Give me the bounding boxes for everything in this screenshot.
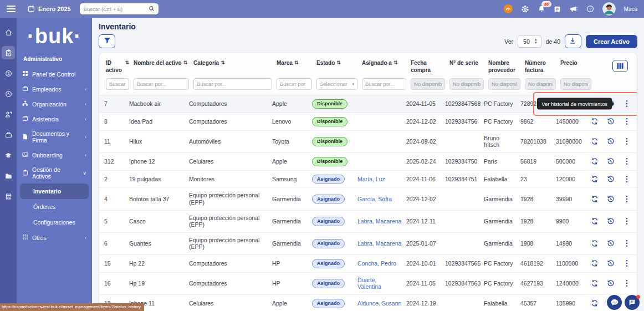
- column-header-precio: Precio: [558, 60, 594, 67]
- assign-sync-icon[interactable]: [589, 193, 600, 205]
- announcements-megaphone-icon[interactable]: [569, 6, 578, 13]
- sidebar-item-onboarding[interactable]: Onboarding ‹: [17, 147, 92, 162]
- notifications-bell-icon[interactable]: 36: [538, 5, 545, 13]
- column-header-marca: Marca⇅: [274, 60, 314, 67]
- sort-icon[interactable]: ⇅: [221, 60, 225, 67]
- column-header-categor-a: Categoría⇅: [191, 60, 274, 67]
- settings-gear-icon[interactable]: [521, 5, 529, 13]
- assign-sync-icon[interactable]: [589, 136, 600, 147]
- briefcase-icon[interactable]: [2, 128, 15, 141]
- spinner-carets-icon[interactable]: ▲▼: [534, 38, 538, 44]
- education-cap-icon[interactable]: [2, 149, 15, 162]
- history-icon[interactable]: [605, 278, 616, 289]
- filter-input-marca[interactable]: [277, 78, 312, 90]
- period-selector[interactable]: Enero 2025: [28, 5, 71, 13]
- assign-sync-icon[interactable]: [589, 174, 600, 185]
- sidebar-item-asistencia[interactable]: Asistencia ‹: [17, 111, 92, 126]
- cell-nombre-proveedor: Garmendia: [482, 214, 518, 229]
- assign-sync-icon[interactable]: [589, 298, 600, 309]
- cell-id-activo: 6: [99, 236, 127, 251]
- filter-input-nombre-del-activo[interactable]: [134, 78, 189, 90]
- sort-icon[interactable]: ⇅: [183, 60, 188, 67]
- sort-icon[interactable]: ⇅: [294, 60, 299, 67]
- sidebar-item-otros[interactable]: Otros ‹: [17, 230, 92, 245]
- kebab-menu-icon[interactable]: [621, 193, 632, 205]
- search-input[interactable]: [84, 6, 146, 12]
- column-picker-button[interactable]: [612, 60, 628, 72]
- hamburger-menu-icon[interactable]: [7, 6, 16, 12]
- kebab-menu-icon[interactable]: [621, 136, 632, 147]
- status-badge: Asignado: [312, 239, 345, 248]
- assign-sync-icon[interactable]: [589, 238, 600, 249]
- document-icon: [22, 134, 28, 141]
- assignee-link[interactable]: María, Luz: [357, 176, 385, 182]
- global-search[interactable]: [80, 3, 159, 14]
- filter-input-asignado-a[interactable]: [362, 78, 406, 90]
- filter-input-categor-a[interactable]: [193, 78, 272, 90]
- chat-button[interactable]: [625, 295, 640, 310]
- assignee-link[interactable]: Labra, Macarena: [357, 218, 401, 225]
- sidebar-item-gestion-de-activos[interactable]: Gestión de Activos ∨: [17, 162, 92, 183]
- sidebar-item-documentos-y-firma[interactable]: Documentos y Firma ‹: [17, 126, 92, 147]
- history-tooltip: Ver historial de movimientos: [537, 98, 612, 110]
- cell-asignado-a: [355, 118, 404, 125]
- assign-sync-icon[interactable]: [589, 156, 600, 167]
- sidebar-item-organizacion[interactable]: Organización ‹: [17, 96, 92, 111]
- sidebar-subitem-configuraciones[interactable]: Configuraciones: [17, 215, 92, 230]
- history-icon[interactable]: [605, 136, 616, 147]
- folder-icon[interactable]: [2, 169, 15, 182]
- notes-icon[interactable]: [554, 6, 561, 13]
- filter-button[interactable]: [99, 34, 115, 48]
- time-clock-icon[interactable]: [2, 87, 15, 100]
- kebab-menu-icon[interactable]: [621, 258, 632, 269]
- sort-icon[interactable]: ⇅: [125, 60, 129, 74]
- history-icon[interactable]: [605, 238, 616, 249]
- asset-management-module-icon[interactable]: [2, 46, 15, 59]
- download-button[interactable]: [565, 34, 581, 48]
- kebab-menu-icon[interactable]: [621, 174, 632, 185]
- kiosk-icon[interactable]: [2, 190, 15, 203]
- history-icon[interactable]: [605, 116, 616, 127]
- estado-filter-select[interactable]: Seleccionar▾: [316, 78, 357, 90]
- cell-fecha-compra: 2024-12-02: [404, 114, 443, 129]
- kebab-menu-icon[interactable]: [621, 278, 632, 289]
- assign-sync-icon[interactable]: [589, 278, 600, 289]
- assignee-link[interactable]: Labra, Macarena: [357, 240, 401, 247]
- assign-sync-icon[interactable]: [589, 116, 600, 127]
- sort-icon[interactable]: ⇅: [336, 60, 341, 67]
- payments-icon[interactable]: $: [2, 67, 15, 80]
- kebab-menu-icon[interactable]: [621, 116, 632, 127]
- create-asset-button[interactable]: Crear Activo: [586, 35, 637, 48]
- assign-sync-icon[interactable]: [589, 258, 600, 269]
- assignee-link[interactable]: Duarte, Valentina: [357, 277, 381, 290]
- page-size-select[interactable]: 50 ▲▼: [518, 35, 541, 48]
- sort-icon[interactable]: ⇅: [393, 60, 398, 67]
- sidebar-item-panel-de-control[interactable]: Panel de Control: [17, 67, 92, 81]
- orange-gauge-icon[interactable]: [504, 4, 513, 13]
- sidebar-subitem-inventario[interactable]: Inventario: [20, 183, 89, 199]
- kebab-menu-icon[interactable]: [621, 156, 632, 167]
- assignee-link[interactable]: Aldunce, Susann: [357, 300, 401, 307]
- feedback-bubble-button[interactable]: [607, 295, 622, 310]
- talent-icon[interactable]: [2, 108, 15, 121]
- filter-input-id-activo[interactable]: [106, 78, 129, 90]
- help-icon[interactable]: ?: [586, 5, 594, 13]
- history-icon[interactable]: [605, 216, 616, 227]
- history-icon[interactable]: [605, 258, 616, 269]
- kebab-menu-icon[interactable]: [621, 238, 632, 249]
- history-icon[interactable]: [605, 193, 616, 205]
- sidebar-item-empleados[interactable]: Empleados ‹: [17, 81, 92, 96]
- cell-numero-serie: 10293847565: [443, 256, 482, 271]
- assignee-link[interactable]: Concha, Pedro: [357, 260, 396, 267]
- sidebar-subitem-ordenes[interactable]: Órdenes: [17, 199, 92, 215]
- history-icon[interactable]: [605, 156, 616, 167]
- assignee-link[interactable]: García, Sofía: [357, 196, 392, 202]
- assign-sync-icon[interactable]: [589, 216, 600, 227]
- kebab-menu-icon[interactable]: [621, 98, 632, 109]
- calendar-icon: [28, 5, 35, 13]
- history-icon[interactable]: [605, 174, 616, 185]
- home-icon[interactable]: [2, 26, 15, 39]
- cell-numero-serie: 10293847568: [443, 96, 482, 111]
- kebab-menu-icon[interactable]: [621, 216, 632, 227]
- user-avatar[interactable]: [602, 2, 616, 16]
